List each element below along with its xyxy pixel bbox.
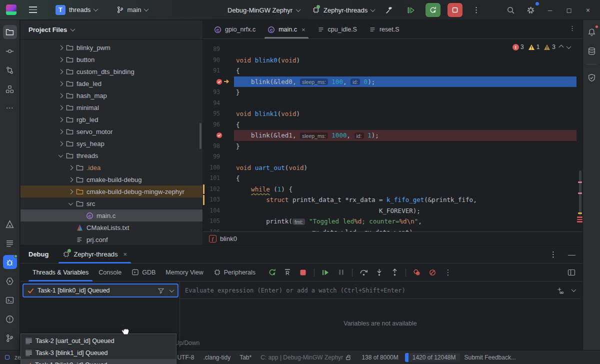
breakpoint-icon[interactable] — [216, 78, 222, 85]
structure-icon[interactable] — [3, 82, 17, 96]
step-over-icon[interactable] — [359, 268, 368, 277]
minimize-button[interactable]: – — [543, 6, 557, 14]
tree-chevron-icon[interactable] — [66, 202, 74, 206]
git-branch-icon[interactable] — [3, 331, 17, 345]
tree-chevron-icon[interactable] — [56, 82, 64, 86]
tree-item-custom-dts-binding[interactable]: custom_dts_binding — [20, 66, 202, 78]
tree-chevron-icon[interactable] — [56, 70, 64, 74]
reset-icon[interactable]: R — [283, 268, 292, 277]
tree-chevron-icon[interactable] — [56, 154, 64, 158]
linter-widget[interactable]: .clang-tidy — [198, 354, 235, 361]
filter-funnel-icon[interactable] — [158, 288, 164, 294]
tree-item-fade-led[interactable]: fade_led — [20, 78, 202, 90]
warnings-indicator[interactable]: 1 — [528, 44, 540, 50]
cmake-icon[interactable] — [3, 217, 17, 231]
debug-tab-peripherals[interactable]: Peripherals — [208, 264, 260, 282]
heap-indicator[interactable]: 138 of 8000M — [357, 354, 402, 361]
run-context-widget[interactable]: C: app | Debug-MinGW Zephyr — [256, 354, 345, 361]
weak-warnings-indicator[interactable]: 3 — [544, 44, 556, 50]
tree-item-rgb-led[interactable]: rgb_led — [20, 114, 202, 126]
lock-icon[interactable] — [345, 354, 352, 361]
close-button[interactable]: × — [581, 6, 595, 14]
thread-selector-combobox[interactable]: Task-1 [blink0_id] Queued — [22, 284, 178, 298]
tree-chevron-icon[interactable] — [66, 190, 74, 194]
errors-indicator[interactable]: !3 — [512, 44, 524, 50]
todo-icon[interactable] — [3, 236, 17, 250]
chevron-down-icon[interactable] — [572, 287, 576, 292]
shield-check-icon[interactable] — [584, 70, 598, 84]
build-hammer-icon[interactable] — [382, 3, 396, 17]
previous-problem-icon[interactable] — [560, 44, 563, 50]
indent-widget[interactable]: Tab* — [235, 354, 256, 361]
tree-item-threads[interactable]: threads — [20, 150, 202, 162]
editor-tab-cpu-idle-s[interactable]: cpu_idle.S — [312, 20, 363, 38]
breadcrumb-function[interactable]: blink0 — [220, 235, 237, 242]
dropdown-item-task-2-uart-out-id-queued[interactable]: Task-2 [uart_out_id] Queued — [21, 335, 176, 347]
tree-item-src[interactable]: src — [20, 198, 202, 210]
pause-icon[interactable] — [336, 268, 346, 277]
mute-breakpoints-icon[interactable] — [428, 268, 437, 277]
terminal-icon[interactable] — [3, 293, 17, 307]
resume-icon[interactable] — [321, 268, 330, 277]
more-actions-icon[interactable]: ⋮ — [470, 6, 483, 14]
tree-chevron-icon[interactable] — [56, 94, 64, 98]
tree-item-cmake-build-debug-mingw-zephyr[interactable]: cmake-build-debug-mingw-zephyr — [20, 186, 202, 198]
main-menu-icon[interactable] — [26, 2, 40, 18]
step-into-icon[interactable] — [374, 268, 384, 277]
services-icon[interactable] — [3, 274, 17, 288]
debug-tab-threads-variables[interactable]: Threads & Variables — [28, 264, 94, 282]
next-problem-icon[interactable] — [567, 44, 570, 50]
tree-chevron-icon[interactable] — [66, 178, 74, 182]
project-tree-scrollbar[interactable] — [200, 123, 202, 149]
tree-chevron-icon[interactable] — [56, 130, 64, 134]
rerun-debug-button[interactable] — [426, 3, 440, 17]
debug-session-selector[interactable]: Zephyr-threads — [312, 6, 374, 14]
debug-session-tab[interactable]: Zephyr-threads × — [58, 246, 132, 264]
vcs-update-icon[interactable] — [3, 63, 17, 77]
tree-item-button[interactable]: button — [20, 54, 202, 66]
debug-tab-console[interactable]: Console — [94, 264, 126, 282]
search-icon[interactable] — [503, 3, 518, 17]
step-out-icon[interactable] — [390, 268, 399, 277]
chevron-down-icon[interactable] — [170, 288, 174, 292]
stop-button[interactable] — [448, 3, 462, 17]
debug-tab-memory-view[interactable]: Memory View — [160, 264, 208, 282]
vcs-branch-widget[interactable]: main — [114, 4, 150, 16]
more-icon[interactable]: ⋯ — [3, 101, 17, 115]
tree-item-prj-conf[interactable]: prj.conf — [20, 234, 202, 245]
editor-tab-reset-s[interactable]: reset.S — [363, 20, 406, 38]
tree-item-sys-heap[interactable]: sys_heap — [20, 138, 202, 150]
tool-window-options-icon[interactable]: ⋮ — [546, 250, 560, 259]
debug-continue-icon[interactable] — [404, 3, 418, 17]
tree-item-main-c[interactable]: Cmain.c — [20, 210, 202, 222]
commit-icon[interactable] — [3, 44, 17, 58]
notifications-icon[interactable] — [584, 25, 598, 39]
close-tab-icon[interactable]: × — [124, 250, 128, 258]
problems-icon[interactable] — [3, 312, 17, 326]
tree-chevron-icon[interactable] — [66, 166, 74, 170]
tree-item-cmakelists-txt[interactable]: CMakeLists.txt — [20, 222, 202, 234]
tree-item--idea[interactable]: .idea — [20, 162, 202, 174]
tree-chevron-icon[interactable] — [56, 106, 64, 110]
rerun-icon[interactable] — [268, 268, 276, 277]
tree-item-cmake-build-debug[interactable]: cmake-build-debug — [20, 174, 202, 186]
tree-item-minimal[interactable]: minimal — [20, 102, 202, 114]
maximize-button[interactable]: □ — [562, 6, 576, 14]
tree-chevron-icon[interactable] — [56, 142, 64, 146]
run-config-selector[interactable]: Debug-MinGW Zephyr — [228, 6, 300, 14]
project-folder-icon[interactable] — [3, 25, 17, 39]
stop-icon[interactable] — [298, 268, 308, 277]
tree-item-hash-map[interactable]: hash_map — [20, 90, 202, 102]
dropdown-item-task-1-blink0-id-queued[interactable]: Task-1 [blink0_id] Queued — [21, 359, 176, 364]
more-icon[interactable]: ⋮ — [444, 268, 452, 277]
hide-tool-window-icon[interactable]: — — [568, 250, 576, 258]
add-watch-icon[interactable] — [556, 286, 564, 294]
tree-item-blinky-pwm[interactable]: blinky_pwm — [20, 42, 202, 54]
debug-tab-gdb[interactable]: GDB — [126, 264, 160, 282]
submit-feedback-link[interactable]: Submit Feedback... — [460, 354, 520, 361]
evaluate-expression-input[interactable]: Evaluate expression (Enter) or add a wat… — [185, 287, 556, 294]
database-icon[interactable] — [584, 44, 598, 58]
settings-gear-icon[interactable] — [523, 3, 538, 17]
project-widget[interactable]: T threads — [52, 3, 100, 17]
editor-tab-main-c[interactable]: Cmain.c× — [262, 20, 311, 38]
